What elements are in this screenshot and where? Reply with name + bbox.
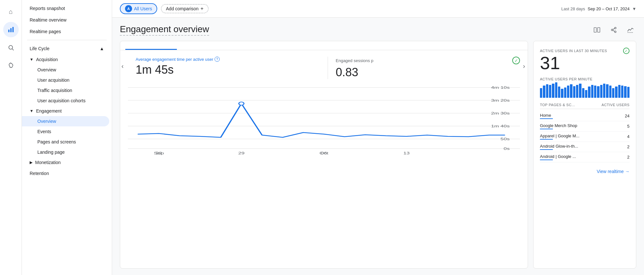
active-users-value: 31 [540,54,630,72]
arrow-icon-monetization: ▶ [30,160,33,165]
svg-text:50s: 50s [501,137,510,141]
metric-block-1: Average engagement time per active user … [136,57,320,77]
bar [603,84,605,98]
arrow-icon: ▼ [30,57,34,62]
sidebar-item-retention[interactable]: Retention [22,168,112,179]
icon-rail: ⌂ [0,0,22,275]
top-page-name: Android | Google ... [540,154,576,159]
bar [606,84,608,98]
bar [594,86,596,98]
date-range-picker[interactable]: ▼ [632,6,636,11]
svg-line-10 [613,30,615,31]
all-users-label: All Users [134,6,152,11]
top-page-count: 5 [627,124,630,129]
chevron-down-icon: ▼ [632,6,636,11]
sidebar-item-user-acquisition-cohorts[interactable]: User acquisition cohorts [22,96,112,106]
sidebar-item-landing-page[interactable]: Landing page [22,147,112,157]
bar [600,85,602,98]
svg-rect-6 [598,28,600,32]
all-users-chip[interactable]: A All Users [120,3,157,14]
card-metrics: ‹ Average engagement time per active use… [120,50,528,82]
nav-prev-button[interactable]: ‹ [120,61,125,71]
metric-divider [328,57,328,79]
svg-point-9 [615,31,616,32]
check-icon: ✓ [512,57,520,64]
top-pages-label: TOP PAGES & SC... [540,103,575,107]
bar [561,89,563,98]
sidebar-item-reports-snapshot[interactable]: Reports snapshot [22,3,112,14]
sidebar-group-engagement[interactable]: ▼ Engagement [22,106,112,116]
sidebar-group-engagement-label: Engagement [36,108,62,114]
svg-text:1m 40s: 1m 40s [491,124,510,128]
top-page-name-block: Android | Google ... [540,154,576,160]
bar [624,86,626,98]
topbar-left: A All Users Add comparison + [120,3,208,14]
sidebar-item-realtime-overview[interactable]: Realtime overview [22,14,112,26]
analytics-icon[interactable] [3,22,19,37]
add-comparison-chip[interactable]: Add comparison + [161,4,208,13]
card-tab-1[interactable] [125,41,177,50]
svg-rect-1 [10,28,12,32]
sidebar-item-events[interactable]: Events [22,126,112,137]
search-icon[interactable] [3,40,19,55]
chevron-up-icon: ▲ [100,46,104,51]
top-page-underline [540,149,553,150]
top-page-row: Apparel | Google M... 4 [540,132,630,142]
svg-rect-2 [12,27,14,32]
ear-icon[interactable] [3,58,19,73]
view-realtime-arrow: → [625,169,630,174]
top-page-count: 2 [627,155,630,160]
bar-chart-mini [540,82,630,98]
view-realtime-label: View realtime [597,169,624,174]
sidebar-item-traffic-acquisition[interactable]: Traffic acquisition [22,85,112,96]
topbar-right: Last 28 days Sep 20 – Oct 17, 2024 ▼ [561,6,636,11]
bar [615,87,617,98]
sidebar-item-pages-and-screens[interactable]: Pages and screens [22,137,112,147]
bar [543,86,545,98]
sidebar-section-lifecycle[interactable]: Life Cycle ▲ [22,43,112,54]
top-page-underline [540,139,553,140]
help-icon[interactable]: ? [215,57,220,62]
nav-next-button[interactable]: › [522,61,526,71]
bar [540,88,542,98]
share-icon[interactable] [608,24,620,36]
svg-text:4m 10s: 4m 10s [491,86,510,89]
bar [588,87,590,98]
bar [576,85,578,98]
top-page-underline [540,129,553,129]
sidebar-group-monetization[interactable]: ▶ Monetization [22,157,112,168]
svg-line-4 [12,49,14,50]
svg-text:29: 29 [238,151,245,155]
bar [609,86,611,98]
bar [567,86,569,98]
sidebar-item-overview[interactable]: Overview [22,65,112,75]
svg-text:Oct: Oct [320,151,328,155]
sparkline-icon[interactable] [625,24,636,36]
svg-text:0s: 0s [504,147,510,151]
metric-1-label[interactable]: Average engagement time per active user … [136,57,320,62]
top-page-count: 2 [627,144,630,149]
compare-icon[interactable] [591,24,603,36]
svg-point-7 [615,27,616,29]
plus-icon: + [200,6,203,12]
right-card: ACTIVE USERS IN LAST 30 MINUTES ✓ 31 ACT… [533,41,636,269]
page-header: Engagement overview [120,24,636,36]
metric-1-value: 1m 45s [136,63,320,77]
home-icon[interactable]: ⌂ [3,4,19,19]
sidebar-group-acquisition[interactable]: ▼ Acquisition [22,54,112,65]
bar [597,86,599,98]
metric-block-2: Engaged sessions p ✓ 0.83 [336,57,520,79]
top-pages-header: TOP PAGES & SC... ACTIVE USERS [540,103,630,109]
view-realtime-link[interactable]: View realtime → [540,169,630,174]
card-tab-bar [120,41,528,50]
sidebar-item-realtime-pages[interactable]: Realtime pages [22,26,112,37]
sidebar-item-user-acquisition[interactable]: User acquisition [22,75,112,85]
sidebar-item-eng-overview[interactable]: Overview [22,116,109,126]
top-page-name: Android Glow-in-th... [540,144,578,149]
svg-point-3 [9,45,13,49]
chart-area: 4m 10s 3m 20s 2m 30s 1m 40s 50s 0s 22 Se… [120,82,528,268]
active-users-section: ACTIVE USERS IN LAST 30 MINUTES ✓ 31 [540,48,630,72]
sidebar-section-lifecycle-label: Life Cycle [30,46,49,51]
svg-text:3m 20s: 3m 20s [491,98,510,102]
top-page-row: Android Glow-in-th... 2 [540,142,630,152]
